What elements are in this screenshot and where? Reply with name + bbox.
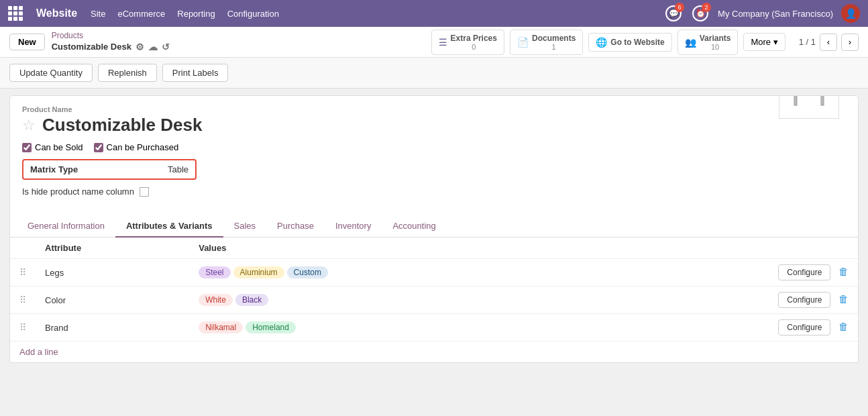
documents-labels: Documents 1 [532, 34, 576, 51]
action-buttons-group: ☰ Extra Prices 0 📄 Documents 1 🌐 Go to W… [431, 30, 785, 55]
documents-button[interactable]: 📄 Documents 1 [510, 30, 583, 55]
new-button[interactable]: New [9, 34, 45, 50]
tab-purchase[interactable]: Purchase [266, 215, 325, 238]
tab-attributes[interactable]: Attributes & Variants [115, 215, 223, 238]
attribute-value-badge: Homeland [246, 321, 296, 333]
nav-reporting[interactable]: Reporting [177, 9, 215, 19]
print-labels-button[interactable]: Print Labels [162, 64, 229, 82]
user-avatar[interactable]: 👤 [841, 4, 860, 23]
settings-icon[interactable]: ⚙ [135, 41, 144, 53]
variants-count: 10 [700, 43, 731, 51]
attribute-values-cell: WhiteBlack [189, 287, 610, 314]
document-icon: 📄 [517, 37, 529, 48]
attribute-name: Color [45, 295, 66, 305]
sub-action-bar: Update Quantity Replenish Print Labels [0, 58, 868, 89]
svg-rect-1 [794, 95, 797, 105]
brand-label[interactable]: Website [36, 7, 77, 19]
table-row: ⠿LegsSteelAluminiumCustom Configure 🗑 [10, 259, 858, 287]
attribute-values-cell: SteelAluminiumCustom [189, 259, 610, 287]
apps-grid-icon[interactable] [8, 6, 23, 21]
action-bar: New Products Customizable Desk ⚙ ☁ ↺ ☰ E… [0, 27, 868, 58]
delete-icon[interactable]: 🗑 [838, 293, 849, 305]
tab-general[interactable]: General Information [17, 215, 115, 238]
nav-site[interactable]: Site [91, 9, 105, 19]
go-to-website-labels: Go to Website [610, 38, 664, 47]
can-be-purchased-label: Can be Purchased [107, 142, 179, 152]
can-be-purchased-checkbox-item[interactable]: Can be Purchased [94, 142, 179, 152]
tab-accounting[interactable]: Accounting [382, 215, 446, 238]
breadcrumb-current-label: Customizable Desk [52, 42, 131, 53]
matrix-type-row: Matrix Type Table [22, 159, 197, 180]
list-icon: ☰ [439, 37, 447, 48]
matrix-type-value: Table [168, 164, 188, 174]
nav-right-area: 💬 6 ⏰ 2 My Company (San Francisco) 👤 [664, 4, 860, 23]
nav-configuration[interactable]: Configuration [227, 9, 279, 19]
variants-icon: 👥 [685, 37, 696, 48]
tab-sales[interactable]: Sales [223, 215, 267, 238]
cloud-icon[interactable]: ☁ [148, 41, 158, 53]
extra-prices-button[interactable]: ☰ Extra Prices 0 [431, 30, 504, 55]
documents-label: Documents [532, 34, 576, 43]
product-name-field-label: Product Name [22, 105, 846, 113]
attribute-actions-cell: Configure 🗑 [610, 259, 858, 287]
update-quantity-button[interactable]: Update Quantity [9, 64, 93, 82]
hide-product-name-checkbox[interactable] [140, 187, 149, 197]
col-values-header: Values [189, 238, 610, 259]
drag-handle-icon[interactable]: ⠿ [19, 322, 26, 333]
prev-page-button[interactable]: ‹ [820, 34, 837, 51]
attribute-name-cell: Legs [36, 259, 189, 287]
breadcrumb-icons: ⚙ ☁ ↺ [135, 41, 170, 53]
checkboxes-row: Can be Sold Can be Purchased [22, 142, 846, 152]
can-be-sold-checkbox-item[interactable]: Can be Sold [22, 142, 83, 152]
go-to-website-button[interactable]: 🌐 Go to Website [588, 33, 671, 52]
company-name-label: My Company (San Francisco) [718, 9, 833, 19]
product-title-row: ☆ Customizable Desk [22, 115, 779, 136]
nav-ecommerce[interactable]: eCommerce [117, 9, 165, 19]
chat-notification[interactable]: 💬 6 [664, 4, 683, 23]
drag-handle-icon[interactable]: ⠿ [19, 267, 26, 278]
tab-inventory[interactable]: Inventory [325, 215, 382, 238]
nav-links: Site eCommerce Reporting Configuration [91, 9, 651, 19]
pagination-label: 1 / 1 [799, 37, 816, 47]
product-image [779, 95, 839, 119]
variants-button[interactable]: 👥 Variants 10 [677, 30, 739, 55]
breadcrumb-current-row: Customizable Desk ⚙ ☁ ↺ [52, 41, 170, 53]
documents-count: 1 [532, 43, 576, 51]
table-row: ⠿ColorWhiteBlack Configure 🗑 [10, 287, 858, 314]
configure-button[interactable]: Configure [778, 292, 830, 308]
favorite-star-icon[interactable]: ☆ [22, 117, 36, 134]
hide-product-name-row: Is hide product name column [22, 187, 846, 197]
hide-product-name-label: Is hide product name column [22, 187, 134, 197]
extra-prices-label: Extra Prices [451, 34, 497, 43]
top-navigation: Website Site eCommerce Reporting Configu… [0, 0, 868, 27]
attribute-actions-cell: Configure 🗑 [610, 287, 858, 314]
add-line-button[interactable]: Add a line [10, 342, 858, 362]
col-attribute-header: Attribute [36, 238, 189, 259]
refresh-icon[interactable]: ↺ [162, 41, 170, 53]
configure-button[interactable]: Configure [778, 319, 830, 335]
next-page-button[interactable]: › [841, 34, 859, 51]
chat-badge-count: 6 [675, 3, 684, 12]
go-to-website-label: Go to Website [610, 38, 664, 47]
attribute-name: Legs [45, 268, 64, 278]
breadcrumb-parent[interactable]: Products [52, 31, 170, 42]
attribute-value-badge: Nilkamal [199, 321, 243, 333]
drag-handle-icon[interactable]: ⠿ [19, 295, 26, 305]
delete-icon[interactable]: 🗑 [838, 266, 849, 277]
can-be-sold-checkbox[interactable] [22, 143, 32, 152]
extra-prices-labels: Extra Prices 0 [451, 34, 497, 51]
attribute-value-badge: Aluminium [233, 266, 284, 278]
replenish-button[interactable]: Replenish [98, 64, 157, 82]
matrix-type-label: Matrix Type [30, 164, 168, 174]
clock-notification[interactable]: ⏰ 2 [691, 4, 710, 23]
extra-prices-count: 0 [451, 43, 497, 51]
can-be-purchased-checkbox[interactable] [94, 143, 103, 152]
attribute-name-cell: Brand [36, 314, 189, 342]
more-button[interactable]: More ▾ [743, 33, 785, 51]
configure-button[interactable]: Configure [778, 264, 830, 280]
attribute-actions-cell: Configure 🗑 [610, 314, 858, 342]
variants-labels: Variants 10 [700, 34, 731, 51]
table-row: ⠿BrandNilkamalHomeland Configure 🗑 [10, 314, 858, 342]
delete-icon[interactable]: 🗑 [838, 321, 849, 332]
attribute-value-badge: Custom [287, 266, 328, 278]
